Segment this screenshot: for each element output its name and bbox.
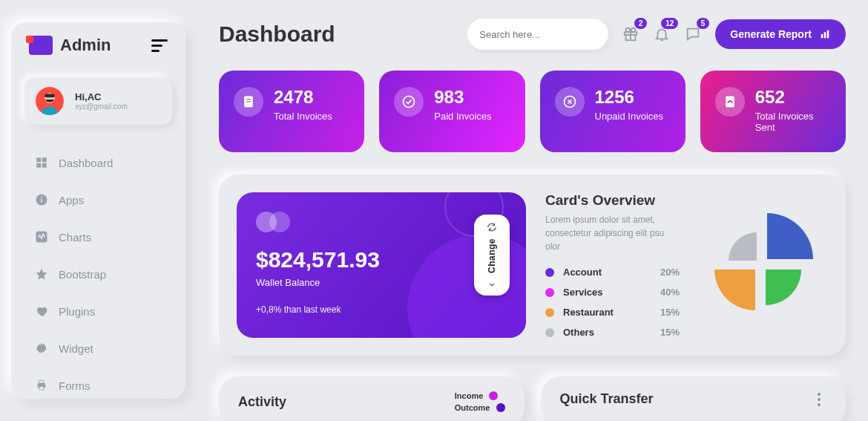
- stat-paid-invoices: 983Paid Invoices: [379, 71, 525, 152]
- legend-dot: [496, 403, 505, 412]
- gift-button[interactable]: 2: [622, 25, 640, 43]
- legend-name: Account: [563, 267, 638, 278]
- wallet-card: $824,571.93 Wallet Balance +0,8% than la…: [237, 192, 526, 338]
- wallet-label: Wallet Balance: [256, 277, 507, 288]
- svg-rect-24: [824, 32, 826, 38]
- svg-rect-3: [36, 157, 41, 162]
- svg-rect-9: [41, 197, 42, 198]
- activity-legend-row: Outcome: [455, 403, 505, 412]
- gift-badge: 2: [634, 18, 648, 29]
- stat-value: 983: [434, 87, 491, 108]
- svg-rect-14: [39, 387, 44, 391]
- chevron-down-icon: [487, 279, 497, 290]
- stat-total-invoices: 2478Total Invoices: [219, 71, 364, 152]
- legend-name: Others: [563, 327, 638, 338]
- sidebar-item-label: Dashboard: [59, 157, 113, 169]
- stat-value: 652: [755, 87, 831, 108]
- svg-rect-5: [36, 163, 41, 168]
- svg-rect-10: [36, 232, 47, 243]
- legend-value: 15%: [660, 307, 680, 318]
- svg-rect-13: [39, 380, 44, 383]
- search-box[interactable]: [467, 19, 608, 50]
- sidebar-item-dashboard[interactable]: Dashboard: [29, 147, 168, 178]
- sidebar-item-label: Apps: [59, 194, 84, 206]
- sidebar-item-label: Forms: [59, 379, 91, 392]
- legend-row: Services 40%: [545, 287, 680, 298]
- legend-row: Restaurant 15%: [545, 307, 680, 318]
- heart-icon: [35, 304, 48, 318]
- menu-toggle-button[interactable]: [151, 39, 168, 52]
- stat-value: 2478: [274, 87, 332, 108]
- user-card[interactable]: Hi,AC xyz@gmail.com: [24, 77, 172, 125]
- legend-value: 40%: [660, 287, 680, 298]
- more-options-button[interactable]: [812, 393, 826, 406]
- messages-button[interactable]: 5: [684, 25, 702, 43]
- legend-dot: [489, 391, 498, 400]
- sidebar-item-apps[interactable]: Apps: [29, 184, 168, 215]
- search-input[interactable]: [479, 29, 604, 40]
- legend-name: Restaurant: [563, 307, 638, 318]
- legend-dot: [545, 268, 554, 277]
- messages-badge: 5: [697, 18, 710, 29]
- svg-rect-33: [726, 97, 734, 108]
- activity-panel: Activity IncomeOutcome: [219, 376, 525, 421]
- svg-rect-6: [42, 163, 47, 168]
- info-icon: [35, 193, 48, 206]
- quick-transfer-title: Quick Transfer: [560, 391, 654, 407]
- activity-legend-name: Income: [455, 391, 484, 400]
- x-circle-icon: [555, 87, 585, 117]
- wallet-delta: +0,8% than last week: [256, 304, 507, 315]
- svg-rect-4: [42, 157, 47, 162]
- sidebar-item-label: Widget: [59, 342, 93, 355]
- stat-label: Paid Invoices: [434, 111, 491, 122]
- page-title: Dashboard: [219, 22, 335, 47]
- grid-icon: [35, 156, 48, 169]
- legend-row: Others 15%: [545, 327, 680, 338]
- legend-row: Account 20%: [545, 267, 680, 278]
- sidebar-item-label: Bootstrap: [59, 268, 106, 281]
- overview-pie-chart: [698, 202, 824, 328]
- stat-unpaid-invoices: 1256Unpaid Invoices: [540, 71, 685, 152]
- sidebar-item-charts[interactable]: Charts: [29, 221, 168, 252]
- overview-title: Card's Overview: [545, 192, 680, 209]
- star-icon: [35, 267, 48, 281]
- stat-invoices-sent: 652Total Invoices Sent: [700, 71, 846, 152]
- check-circle-icon: [394, 87, 424, 117]
- stat-label: Total Invoices: [274, 111, 332, 122]
- svg-rect-2: [45, 94, 54, 98]
- svg-rect-23: [821, 34, 823, 38]
- stat-label: Total Invoices Sent: [755, 111, 831, 133]
- invoice-icon: [234, 87, 263, 117]
- legend-value: 15%: [660, 327, 680, 338]
- gift-icon: [622, 26, 639, 42]
- user-email: xyz@gmail.com: [75, 102, 128, 111]
- legend-name: Services: [563, 287, 638, 298]
- sidebar-item-plugins[interactable]: Plugins: [29, 296, 168, 327]
- legend-dot: [545, 288, 554, 297]
- brand-name: Admin: [60, 36, 111, 55]
- notifications-badge: 12: [661, 18, 678, 29]
- svg-point-20: [626, 28, 631, 33]
- sidebar-item-bootstrap[interactable]: Bootstrap: [29, 258, 168, 290]
- activity-legend-row: Income: [455, 391, 505, 400]
- notifications-button[interactable]: 12: [653, 25, 671, 43]
- chat-icon: [685, 26, 701, 42]
- generate-report-button[interactable]: Generate Report: [715, 19, 846, 49]
- sidebar-item-label: Plugins: [59, 305, 95, 318]
- refresh-icon: [487, 222, 497, 232]
- svg-rect-25: [827, 30, 829, 39]
- quick-transfer-panel: Quick Transfer: [541, 376, 846, 421]
- user-greeting: Hi,AC: [75, 91, 128, 102]
- stat-label: Unpaid Invoices: [595, 111, 664, 122]
- sidebar-item-forms[interactable]: Forms: [29, 370, 168, 401]
- bar-chart-icon: [819, 28, 831, 40]
- sidebar-item-label: Charts: [59, 231, 91, 244]
- sidebar-item-widget[interactable]: Widget: [29, 333, 168, 364]
- printer-icon: [35, 379, 48, 392]
- overview-description: Lorem ipsum dolor sit amet, consectetur …: [545, 213, 680, 253]
- svg-point-21: [631, 28, 636, 33]
- brand-logo: [29, 36, 53, 55]
- change-card-button[interactable]: Change: [474, 215, 510, 296]
- activity-icon: [35, 230, 48, 244]
- svg-rect-8: [41, 199, 42, 203]
